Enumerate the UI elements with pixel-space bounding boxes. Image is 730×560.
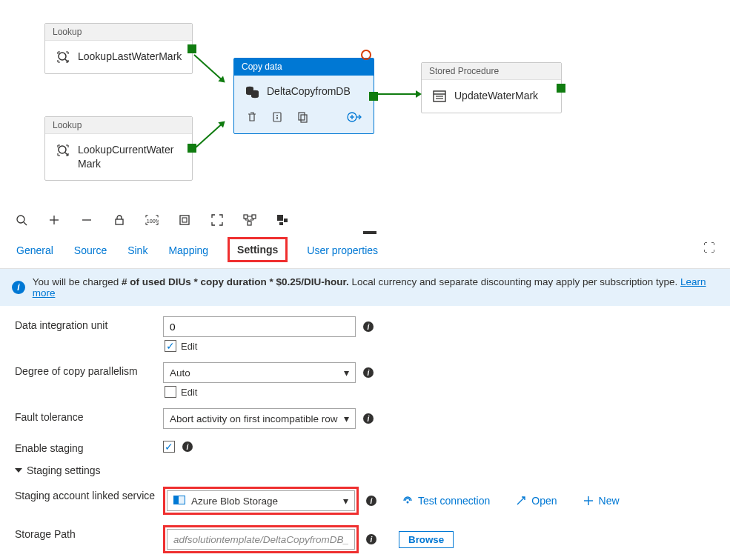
browse-button[interactable]: Browse [399, 531, 454, 548]
fault-tolerance-select[interactable]: Abort activity on first incompatible row… [163, 408, 356, 429]
minimap-icon[interactable] [276, 213, 289, 227]
tab-general[interactable]: General [15, 241, 55, 261]
settings-form: Data integration unit i ✓ Edit Degree of… [0, 306, 730, 560]
info-icon[interactable]: i [366, 496, 376, 506]
tab-settings-highlight: Settings [228, 237, 288, 262]
parallelism-select[interactable]: Auto▾ [163, 362, 356, 383]
node-type-label: Copy data [234, 59, 374, 76]
zoom-out-icon[interactable] [80, 213, 93, 227]
info-icon[interactable] [271, 111, 283, 123]
connector [376, 93, 417, 95]
tab-settings[interactable]: Settings [237, 244, 278, 256]
linked-service-select[interactable]: Azure Blob Storage ▾ [167, 490, 355, 511]
node-lookup-current-watermark[interactable]: Lookup LookupCurrentWater Mark [44, 116, 193, 181]
svg-rect-26 [180, 216, 189, 224]
node-type-label: Stored Procedure [422, 63, 561, 80]
output-port[interactable] [557, 84, 565, 93]
zoom-100-icon[interactable]: 100% [145, 213, 159, 227]
validation-indicator [361, 50, 371, 60]
tab-user-properties[interactable]: User properties [305, 241, 379, 261]
svg-text:100%: 100% [147, 218, 159, 224]
info-icon[interactable]: i [363, 321, 374, 332]
fullscreen-icon[interactable] [210, 213, 224, 227]
svg-rect-27 [182, 218, 187, 222]
copy-icon[interactable] [296, 111, 308, 123]
storage-path-label: Storage Path [15, 525, 163, 540]
svg-point-7 [276, 115, 278, 116]
database-icon [245, 84, 259, 99]
svg-rect-30 [248, 221, 251, 225]
stored-procedure-icon [432, 89, 447, 104]
node-update-watermark[interactable]: Stored Procedure UpdateWaterMark [421, 62, 562, 113]
node-type-label: Lookup [45, 117, 192, 134]
fit-screen-icon[interactable] [178, 213, 191, 227]
linked-service-highlight: Azure Blob Storage ▾ [163, 487, 359, 515]
canvas-toolbar: 100% [0, 207, 730, 233]
svg-rect-29 [252, 215, 256, 219]
diu-edit-checkbox[interactable]: ✓ [165, 340, 176, 352]
add-output-icon[interactable] [347, 111, 362, 123]
info-icon[interactable]: i [363, 413, 374, 424]
blob-storage-icon [173, 496, 185, 504]
svg-rect-33 [279, 222, 283, 225]
svg-rect-28 [244, 215, 248, 219]
fault-tolerance-label: Fault tolerance [15, 408, 163, 423]
svg-point-2 [59, 146, 66, 153]
pricing-info-bar: i You will be charged # of used DIUs * c… [0, 269, 730, 306]
info-icon[interactable]: i [366, 534, 376, 544]
tab-sink[interactable]: Sink [126, 241, 149, 261]
svg-point-19 [17, 216, 24, 223]
connector [193, 124, 222, 150]
svg-rect-24 [116, 219, 123, 224]
staging-settings-section[interactable]: Staging settings [15, 464, 715, 476]
svg-rect-32 [284, 219, 288, 222]
parallelism-label: Degree of copy parallelism [15, 362, 163, 377]
output-port[interactable] [188, 44, 196, 53]
search-icon [56, 50, 70, 64]
expand-panel-icon[interactable]: ⛶ [703, 241, 715, 261]
node-type-label: Lookup [45, 24, 192, 41]
autolayout-icon[interactable] [243, 213, 256, 227]
svg-point-34 [407, 501, 409, 504]
storage-path-highlight [163, 525, 359, 553]
tab-bar: General Source Sink Mapping Settings Use… [0, 233, 730, 269]
edit-label: Edit [181, 387, 197, 398]
diu-label: Data integration unit [15, 316, 163, 331]
node-title: UpdateWaterMark [454, 89, 538, 103]
connector [193, 54, 222, 80]
pipeline-canvas[interactable]: Lookup LookupLastWaterMark Lookup Lookup… [0, 0, 730, 207]
enable-staging-label: Enable staging [15, 439, 163, 454]
search-icon [56, 143, 70, 158]
info-icon[interactable]: i [182, 441, 193, 452]
info-icon: i [12, 281, 25, 294]
svg-line-20 [24, 222, 27, 225]
svg-rect-10 [301, 115, 307, 122]
tab-mapping[interactable]: Mapping [167, 241, 210, 261]
svg-rect-31 [277, 215, 283, 221]
node-title: DeltaCopyfromDB [267, 84, 351, 99]
node-delta-copy-from-db[interactable]: Copy data DeltaCopyfromDB [233, 58, 374, 134]
edit-label: Edit [181, 341, 197, 352]
tab-source[interactable]: Source [73, 241, 108, 261]
node-lookup-last-watermark[interactable]: Lookup LookupLastWaterMark [44, 23, 193, 74]
svg-rect-9 [299, 113, 305, 120]
delete-icon[interactable] [246, 111, 258, 123]
zoom-in-icon[interactable] [47, 213, 61, 227]
svg-point-0 [59, 53, 66, 60]
pricing-text: You will be charged # of used DIUs * cop… [33, 276, 718, 299]
storage-path-input[interactable] [167, 529, 355, 550]
enable-staging-checkbox[interactable]: ✓ [163, 441, 175, 453]
parallelism-edit-checkbox[interactable] [165, 386, 176, 398]
search-icon[interactable] [15, 213, 28, 227]
node-title: LookupLastWaterMark [78, 50, 182, 64]
linked-service-label: Staging account linked service [15, 487, 163, 501]
info-icon[interactable]: i [363, 367, 374, 378]
lock-icon[interactable] [113, 213, 126, 227]
new-button[interactable]: New [583, 495, 620, 507]
open-button[interactable]: Open [515, 495, 557, 507]
test-connection-button[interactable]: Test connection [402, 495, 490, 507]
diu-input[interactable] [163, 316, 356, 337]
node-title: LookupCurrentWater Mark [78, 143, 173, 171]
collapse-caret-icon [15, 468, 22, 473]
